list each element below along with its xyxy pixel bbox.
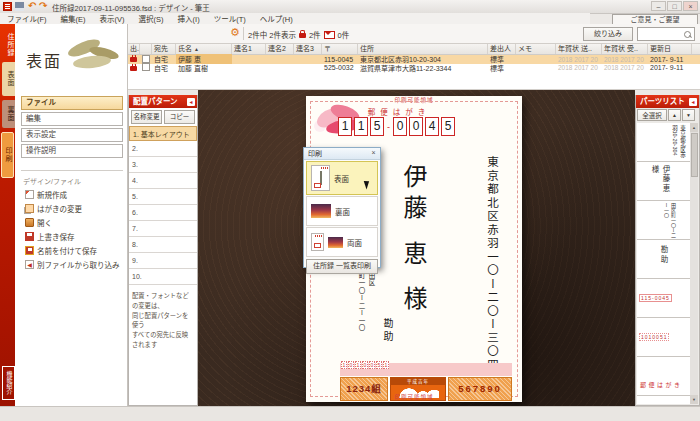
sidebar-item-open[interactable]: 開く [25, 216, 52, 228]
window-title: 住所録2017-09-11-095536.fsd : デザイン - 筆王 [52, 2, 210, 13]
col-nenga-recv[interactable]: 年賀状 受.. [602, 44, 648, 54]
sender-zip-digit: 0 [362, 361, 368, 369]
toolbar: ⚙ 2件中 2件表示 2件 0件 絞り込み [128, 24, 700, 44]
print-dialog-titlebar: 印刷 × [304, 148, 380, 160]
tab-print[interactable]: 印刷 [1, 132, 14, 178]
menu-file[interactable]: ファイル(F) [0, 13, 54, 24]
address-list-print-button[interactable]: 住所録 一覧表印刷 [306, 259, 378, 274]
copy-button[interactable]: コピー [164, 110, 195, 124]
col-zip[interactable]: 〒 [322, 44, 358, 54]
print-option-both[interactable]: 両面 [306, 227, 378, 257]
menu-insert[interactable]: 挿入(I) [171, 13, 207, 24]
part-sender-zip[interactable]: 1010051 [637, 318, 691, 357]
move-up-button[interactable]: ▲ [668, 109, 681, 121]
print-option-front[interactable]: 表面 [306, 161, 378, 195]
pattern-row[interactable]: 3. [129, 157, 197, 173]
sidebar-button-file[interactable]: ファイル [21, 96, 123, 110]
undo-icon[interactable]: ↶ [28, 0, 36, 11]
col-joint2[interactable]: 連名2 [266, 44, 294, 54]
scroll-down-icon[interactable]: ▼ [690, 395, 698, 404]
pattern-row[interactable]: 7. [129, 221, 197, 237]
sender-address[interactable]: 田区 町一〇ー二ー一〇 [356, 272, 376, 332]
filter-button[interactable]: 絞り込み [583, 27, 633, 41]
recipient-name[interactable]: 伊藤 恵 様 [396, 164, 431, 317]
part-sender-name[interactable]: 勘助 [637, 240, 691, 279]
recipient-address[interactable]: 東京都北区赤羽一〇ー二〇ー三〇四 [484, 156, 500, 372]
pattern-row[interactable]: 1. 基本レイアウト [129, 126, 197, 141]
sidebar-item-change-postcard[interactable]: はがきの変更 [25, 202, 82, 214]
part-postmark[interactable]: 郵便はがき [637, 357, 691, 396]
pattern-row[interactable]: 2. [129, 141, 197, 157]
sidebar-item-save[interactable]: 上書き保存 [25, 230, 75, 242]
print-option-back[interactable]: 裏面 [306, 196, 378, 226]
cell-nenga-recv: 2018 2017 20 [602, 64, 648, 71]
pattern-row[interactable]: 6. [129, 205, 197, 221]
table-row[interactable]: 自宅 加藤 直樹 525-0032 滋賀県草津市大路11-22-3344 標準 … [128, 64, 700, 73]
menu-select[interactable]: 選択(S) [132, 13, 171, 24]
feature-intro-button[interactable]: 機能紹介 [2, 366, 15, 400]
pattern-row[interactable]: 8. [129, 237, 197, 253]
part-recipient-zip[interactable]: 115-0045 [637, 279, 691, 318]
col-name[interactable]: 氏名▲ [176, 44, 232, 54]
scroll-up-icon[interactable]: ▲ [690, 123, 698, 132]
part-sender-address[interactable]: 田区町一〇ー二ー一〇 [637, 201, 691, 240]
design-canvas[interactable]: 印刷可能領域 郵便はがき 1 1 5 - 0 0 4 5 東京都北区赤羽一〇ー二… [198, 90, 635, 406]
col-joint3[interactable]: 連名3 [294, 44, 322, 54]
search-input[interactable] [637, 27, 695, 41]
gear-icon[interactable]: ⚙ [230, 27, 240, 38]
minimize-button[interactable]: – [651, 1, 666, 11]
parts-scrollbar[interactable]: ▲ ▼ [690, 123, 698, 404]
scroll-thumb[interactable] [691, 133, 698, 177]
recipient-zip-boxes[interactable]: 1 1 5 - 0 0 4 5 [338, 117, 455, 136]
pin-icon[interactable]: ◄ [187, 98, 195, 106]
save-icon[interactable] [15, 2, 24, 11]
address-table: 出.. 宛先 氏名▲ 連名1 連名2 連名3 〒 住所 差出人 メモ 年賀状 送… [128, 44, 700, 90]
row-checkbox[interactable] [140, 63, 152, 72]
sender-zip-digit: 0 [348, 361, 354, 369]
sender-name[interactable]: 勘助 [380, 318, 395, 344]
col-out[interactable]: 出.. [128, 44, 140, 54]
menu-help[interactable]: ヘルプ(H) [253, 13, 300, 24]
col-joint1[interactable]: 連名1 [232, 44, 266, 54]
sidebar-button-help[interactable]: 操作説明 [21, 144, 123, 158]
col-address[interactable]: 住所 [358, 44, 488, 54]
menu-view[interactable]: 表示(V) [93, 13, 132, 24]
tab-back[interactable]: 裏面 [2, 100, 15, 128]
col-sender[interactable]: 差出人 [488, 44, 516, 54]
menu-tools[interactable]: ツール(T) [207, 13, 253, 24]
rename-button[interactable]: 名称変更 [131, 110, 162, 124]
pattern-row[interactable]: 5. [129, 189, 197, 205]
pattern-row[interactable]: 4. [129, 173, 197, 189]
part-recipient-name[interactable]: 伊藤恵様 [637, 162, 691, 201]
close-icon[interactable]: × [369, 149, 378, 158]
move-down-button[interactable]: ▼ [682, 109, 695, 121]
tab-address-book[interactable]: 住所録 [0, 28, 15, 62]
sender-zip-boxes[interactable]: 1 0 1 0 0 5 1 [341, 361, 389, 369]
cell-updated: 2017- 9-11 [648, 56, 692, 63]
pattern-row[interactable]: 9. [129, 253, 197, 269]
select-all-button[interactable]: 全選択 [637, 109, 667, 121]
postmark-text: 郵便はがき [338, 106, 460, 117]
part-recipient-address[interactable]: 東京都北区赤羽10-20-304 [637, 123, 691, 162]
maximize-button[interactable]: □ [667, 1, 682, 11]
tab-front[interactable]: 表面 [2, 62, 15, 96]
pattern-note: 配置・フォントなどの変更は、 同じ配置パターンを使う すべての宛先に反映されます [129, 285, 197, 356]
emblem-ribbon: 平成吉年 [391, 378, 445, 385]
sidebar-item-save-as[interactable]: 名前を付けて保存 [25, 244, 97, 256]
sidebar-button-view-settings[interactable]: 表示設定 [21, 128, 123, 142]
close-button[interactable]: × [683, 1, 698, 11]
pin-icon[interactable]: ◄ [689, 98, 697, 106]
col-check[interactable] [140, 44, 152, 54]
sidebar-item-new[interactable]: 新規作成 [25, 188, 67, 200]
redo-icon[interactable]: ↷ [39, 0, 47, 11]
pattern-row[interactable]: 10. [129, 269, 197, 285]
sidebar-button-edit[interactable]: 編集 [21, 112, 123, 126]
zip-digit: 0 [409, 117, 423, 136]
menu-edit[interactable]: 編集(E) [54, 13, 93, 24]
col-dest[interactable]: 宛先 [152, 44, 176, 54]
col-nenga-sent[interactable]: 年賀状 送.. [556, 44, 602, 54]
col-memo[interactable]: メモ [516, 44, 556, 54]
sidebar-item-import[interactable]: ◀別ファイルから取り込み [25, 258, 120, 270]
col-updated[interactable]: 更新日 [648, 44, 692, 54]
sort-asc-icon: ▲ [194, 46, 199, 52]
